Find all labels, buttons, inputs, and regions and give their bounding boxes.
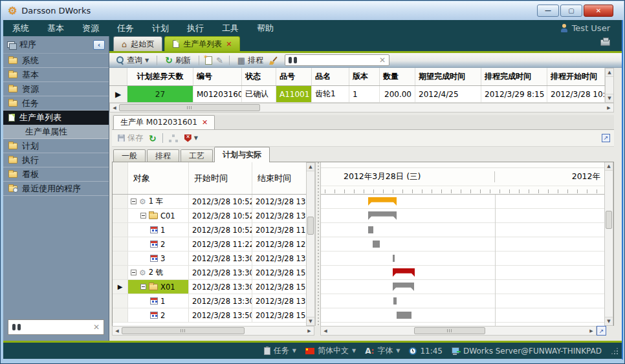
tree-col-end[interactable]: 结束时间 [252, 162, 306, 194]
cell-qty[interactable]: 200.00 [380, 86, 415, 102]
scroll-up-icon[interactable]: ▲ [606, 69, 613, 77]
cell-sched-finish[interactable]: 2012/3/29 8:15 [481, 86, 547, 102]
tree-cell-start[interactable]: 2012/3/28 13:30 [189, 252, 252, 265]
col-expect-finish[interactable]: 期望完成时间 [415, 68, 481, 85]
gantt-bar-summary[interactable] [393, 283, 414, 291]
tree-hscroll-thumb[interactable] [122, 327, 245, 334]
sidebar-item-0[interactable]: 系统 [3, 54, 109, 68]
tree-expand-icon[interactable] [140, 284, 146, 290]
detail-refresh-icon[interactable]: ↻ [149, 134, 157, 143]
col-item-no[interactable]: 品号 [276, 68, 312, 85]
scroll-up-icon[interactable]: ▲ [307, 163, 314, 171]
schedule-button[interactable]: ▦ 排程 [236, 55, 265, 66]
menu-item-3[interactable]: 任务 [108, 23, 143, 34]
status-language-menu[interactable]: 简体中文 ▼ [301, 345, 360, 356]
tree-expand-icon[interactable] [140, 213, 146, 219]
tree-vertical-scrollbar[interactable]: ▲ ▼ [306, 162, 315, 326]
sidebar-item-1[interactable]: 基本 [3, 68, 109, 82]
cell-code[interactable]: M012031601 [193, 86, 242, 102]
refresh-button[interactable]: ↻ 刷新 [163, 55, 193, 66]
menu-item-1[interactable]: 基本 [38, 23, 73, 34]
resize-grip[interactable] [611, 348, 618, 354]
col-status[interactable]: 状态 [242, 68, 276, 85]
status-font-menu[interactable]: A: 字体 ▼ [360, 345, 404, 356]
sidebar-item-2[interactable]: 资源 [3, 82, 109, 96]
toolbar-search-box[interactable]: ✕ [285, 54, 389, 66]
col-sched-start[interactable]: 排程开始时间 [547, 68, 605, 85]
toolbar-search-clear-icon[interactable]: ✕ [379, 56, 386, 65]
tab-close-icon[interactable]: ✕ [226, 40, 232, 48]
tab-home[interactable]: ⌂ 起始页 [113, 36, 162, 51]
new-doc-icon[interactable] [205, 56, 212, 65]
save-button[interactable]: 保存 [116, 133, 145, 144]
sidebar-item-9[interactable]: 最近使用的程序 [3, 182, 109, 196]
tree-cell-end[interactable]: 2012/3/28 12:00 [252, 237, 306, 251]
scroll-right-icon[interactable]: ▶ [305, 328, 314, 334]
sidebar-item-6[interactable]: 计划 [3, 139, 109, 153]
tree-cell-object[interactable]: C01 [128, 209, 189, 222]
tree-horizontal-scrollbar[interactable]: ◀ ▶ [112, 326, 314, 336]
tree-vscroll-thumb[interactable] [307, 217, 314, 235]
tree-cell-start[interactable]: 2012/3/28 13:50 [189, 308, 252, 322]
cell-version[interactable]: 1 [349, 86, 380, 102]
col-qty[interactable]: 数量 [380, 68, 415, 85]
tree-cell-object[interactable]: 2 [128, 308, 189, 322]
grid-data-row[interactable]: ▶ 27 M012031601 已确认 A11001 齿轮1 1 200.00 … [109, 86, 605, 103]
close-button[interactable]: ✕ [584, 5, 613, 17]
gantt-bar-task[interactable] [397, 312, 411, 319]
tree-cell-end[interactable]: 2012/3/28 13:50 [252, 294, 306, 308]
hierarchy-icon[interactable] [169, 134, 179, 142]
detail-tab-close-icon[interactable]: ✕ [202, 118, 208, 127]
tree-cell-start[interactable]: 2012/3/28 11:22 [189, 237, 252, 251]
tree-col-start[interactable]: 开始时间 [189, 162, 252, 194]
detail-doc-tab[interactable]: 生产单 M012031601 ✕ [113, 115, 215, 129]
tree-cell-end[interactable]: 2012/3/28 15:40 [252, 266, 306, 279]
sidebar-item-4[interactable]: 生产单列表 [3, 111, 109, 125]
tree-row-2[interactable]: 12012/3/28 10:522012/3/28 11:22 [113, 223, 306, 237]
gantt-hscroll-thumb[interactable] [414, 327, 485, 334]
scroll-left-icon[interactable]: ◀ [113, 328, 122, 334]
gantt-vertical-scrollbar[interactable]: ▲ ▼ [604, 162, 613, 326]
tree-cell-end[interactable]: 2012/3/28 15:40 [252, 280, 306, 294]
broom-icon[interactable] [269, 56, 278, 65]
tree-cell-start[interactable]: 2012/3/28 13:30 [189, 280, 252, 294]
scroll-down-icon[interactable]: ▼ [605, 317, 613, 325]
gantt-vscroll-thumb[interactable] [606, 211, 612, 229]
popout-icon[interactable]: ↗ [602, 134, 610, 142]
col-diff-days[interactable]: 计划差异天数 [127, 68, 193, 85]
grid-hscroll-thumb[interactable] [119, 104, 260, 111]
cell-item-no[interactable]: A11001 [276, 86, 312, 102]
gantt-bar-summary[interactable] [368, 197, 397, 206]
minimize-button[interactable]: — [537, 5, 559, 17]
sidebar-item-7[interactable]: 执行 [3, 153, 109, 167]
tab-tray-icon[interactable] [600, 39, 610, 46]
query-button[interactable]: 查询 ▼ [115, 55, 151, 66]
grid-horizontal-scrollbar[interactable]: ◀ ▶ [109, 103, 614, 112]
sidebar-search-clear-icon[interactable]: ✕ [93, 323, 100, 332]
menu-item-7[interactable]: 帮助 [248, 23, 283, 34]
menu-item-0[interactable]: 系统 [3, 23, 38, 34]
scroll-down-icon[interactable]: ▼ [606, 94, 613, 102]
inner-tab-2[interactable]: 工艺 [181, 149, 213, 162]
cell-sched-start[interactable]: 2012/3/28 10:52 [547, 86, 605, 102]
split-handle[interactable] [315, 162, 321, 326]
col-code[interactable]: 编号 [193, 68, 242, 85]
inner-tab-3[interactable]: 计划与实际 [214, 147, 270, 162]
scroll-left-icon[interactable]: ◀ [110, 105, 119, 111]
tree-row-0[interactable]: ⚙1 车2012/3/28 10:522012/3/28 13:40 [113, 195, 306, 209]
col-sched-finish[interactable]: 排程完成时间 [481, 68, 547, 85]
tree-cell-end[interactable]: 2012/3/28 13:40 [252, 195, 306, 208]
gantt-bar-task[interactable] [368, 226, 373, 233]
col-item-name[interactable]: 品名 [312, 68, 349, 85]
cell-expect-finish[interactable]: 2012/4/25 [415, 86, 481, 102]
status-task-menu[interactable]: 任务 ▼ [259, 345, 301, 356]
tree-cell-start[interactable]: 2012/3/28 13:30 [189, 294, 252, 308]
col-version[interactable]: 版本 [349, 68, 380, 85]
tree-cell-object[interactable]: 2 [128, 237, 189, 251]
grid-vertical-scrollbar[interactable]: ▲ ▼ [605, 68, 614, 103]
tree-cell-start[interactable]: 2012/3/28 10:52 [189, 195, 252, 208]
tree-cell-object[interactable]: X01 [128, 280, 189, 294]
restore-button[interactable]: ▢ [560, 5, 582, 17]
tree-row-3[interactable]: 22012/3/28 11:222012/3/28 12:00 [113, 237, 306, 252]
scroll-up-icon[interactable]: ▲ [605, 162, 613, 171]
